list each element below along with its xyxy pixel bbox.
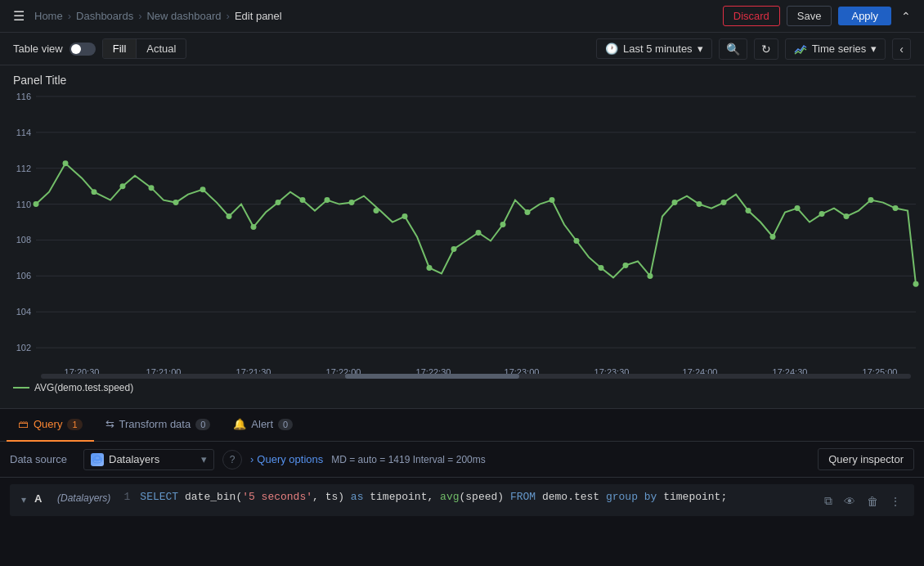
- breadcrumb-home[interactable]: Home: [34, 10, 63, 22]
- svg-point-49: [623, 263, 629, 268]
- breadcrumb-new-dashboard[interactable]: New dashboard: [146, 10, 221, 22]
- svg-point-41: [427, 265, 433, 271]
- svg-point-34: [251, 224, 257, 230]
- sql-from: FROM: [510, 491, 536, 503]
- line-number: 1: [117, 491, 130, 503]
- tab-alert-badge: 0: [278, 419, 293, 430]
- svg-point-32: [200, 186, 206, 192]
- panel-type-chevron: ▾: [871, 43, 877, 55]
- svg-point-40: [402, 213, 408, 219]
- svg-point-61: [913, 281, 919, 287]
- datasource-select[interactable]: Datalayers ▾: [83, 449, 214, 470]
- tab-query[interactable]: 🗃 Query 1: [7, 409, 94, 442]
- chart-scrollbar-thumb[interactable]: [345, 374, 519, 379]
- chart-legend: AVG(demo.test.speed): [13, 382, 133, 393]
- svg-point-51: [672, 200, 678, 205]
- svg-point-30: [149, 185, 155, 191]
- query-body: 1 SELECT date_bin('5 seconds', ts) as ti…: [117, 491, 814, 503]
- more-options-button[interactable]: ⋮: [886, 493, 904, 510]
- breadcrumb-dashboards[interactable]: Dashboards: [76, 10, 133, 22]
- tab-transform-badge: 0: [195, 419, 210, 430]
- svg-text:104: 104: [16, 307, 31, 317]
- svg-text:112: 112: [16, 164, 31, 173]
- query-actions: ⧉ 👁 🗑 ⋮: [821, 492, 904, 510]
- query-collapse-button[interactable]: ▾: [20, 492, 28, 507]
- zoom-out-button[interactable]: 🔍: [719, 38, 747, 60]
- svg-point-58: [844, 213, 850, 219]
- chart-scrollbar[interactable]: [41, 374, 911, 379]
- svg-text:116: 116: [16, 92, 31, 101]
- datasource-chevron: ▾: [201, 453, 207, 465]
- svg-text:114: 114: [16, 128, 31, 137]
- top-bar: ☰ Home › Dashboards › New dashboard › Ed…: [0, 0, 924, 33]
- datasource-label: Data source: [10, 453, 75, 465]
- toggle-visibility-button[interactable]: 👁: [841, 493, 859, 510]
- refresh-button[interactable]: ↻: [754, 38, 778, 60]
- panel-type-label: Time series: [812, 43, 867, 55]
- query-options-label: Query options: [257, 453, 323, 465]
- query-ds-tag: (Datalayers): [57, 492, 110, 504]
- fill-button[interactable]: Fill: [103, 39, 137, 58]
- breadcrumb-edit-panel: Edit panel: [235, 10, 282, 22]
- tab-transform-label: Transform data: [119, 418, 191, 430]
- svg-point-52: [697, 201, 702, 207]
- svg-point-54: [746, 208, 751, 213]
- save-button[interactable]: Save: [787, 6, 832, 26]
- tab-alert-label: Alert: [251, 418, 273, 430]
- svg-point-27: [63, 160, 69, 166]
- sql-space1: date_bin(: [185, 491, 242, 503]
- query-options-button[interactable]: › Query options: [250, 453, 323, 465]
- table-view-switch[interactable]: [70, 43, 96, 56]
- sql-groupby: timepoint;: [657, 491, 727, 503]
- menu-icon[interactable]: ☰: [10, 5, 28, 27]
- svg-point-56: [795, 205, 801, 211]
- svg-point-38: [349, 200, 355, 205]
- table-view-toggle: Table view: [13, 43, 96, 56]
- legend-line-color: [13, 387, 29, 389]
- collapse-button[interactable]: ⌃: [898, 7, 914, 26]
- svg-text:110: 110: [16, 200, 31, 209]
- time-series-icon: [794, 43, 807, 56]
- copy-query-button[interactable]: ⧉: [821, 492, 836, 510]
- query-letter: A: [34, 492, 51, 505]
- svg-point-57: [819, 211, 825, 217]
- sql-as: as: [351, 491, 364, 503]
- tab-query-badge: 1: [67, 419, 82, 430]
- query-inspector-button[interactable]: Query inspector: [818, 448, 914, 470]
- sql-line[interactable]: 1 SELECT date_bin('5 seconds', ts) as ti…: [117, 491, 814, 503]
- tab-alert[interactable]: 🔔 Alert 0: [222, 409, 304, 442]
- svg-text:106: 106: [16, 271, 31, 281]
- svg-point-50: [648, 273, 653, 279]
- time-range-button[interactable]: 🕐 Last 5 minutes ▾: [596, 38, 712, 59]
- tabs-row: 🗃 Query 1 ⇆ Transform data 0 🔔 Alert 0: [0, 409, 924, 442]
- svg-point-48: [599, 265, 604, 271]
- breadcrumb-sep-3: ›: [227, 10, 230, 22]
- sql-content[interactable]: SELECT date_bin('5 seconds', ts) as time…: [140, 491, 727, 503]
- legend-label: AVG(demo.test.speed): [34, 382, 133, 393]
- time-range-label: Last 5 minutes: [623, 43, 693, 55]
- query-options-info: MD = auto = 1419 Interval = 200ms: [331, 454, 485, 465]
- svg-point-35: [276, 200, 281, 205]
- svg-point-28: [92, 189, 97, 195]
- top-bar-actions: Discard Save Apply ⌃: [723, 6, 914, 26]
- bell-icon: 🔔: [233, 418, 246, 430]
- panel-type-button[interactable]: Time series ▾: [785, 38, 886, 60]
- discard-button[interactable]: Discard: [723, 6, 780, 26]
- transform-icon: ⇆: [105, 418, 114, 430]
- time-range-chevron: ▾: [697, 43, 703, 55]
- sql-paren1: (speed): [459, 491, 509, 503]
- table-view-label: Table view: [13, 43, 63, 55]
- remove-query-button[interactable]: 🗑: [863, 493, 881, 510]
- panel-title: Panel Title: [13, 74, 66, 87]
- apply-button[interactable]: Apply: [838, 7, 891, 25]
- tab-transform[interactable]: ⇆ Transform data 0: [94, 409, 222, 442]
- datasource-info-button[interactable]: ?: [222, 450, 242, 469]
- svg-point-60: [893, 205, 899, 211]
- actual-button[interactable]: Actual: [137, 39, 186, 58]
- datalayers-icon: [91, 453, 104, 466]
- svg-point-39: [374, 208, 379, 213]
- clock-icon: 🕐: [605, 43, 618, 55]
- sql-group: group by: [606, 491, 657, 503]
- toggle-sidebar-button[interactable]: ‹: [892, 38, 911, 60]
- breadcrumb-sep-2: ›: [138, 10, 141, 22]
